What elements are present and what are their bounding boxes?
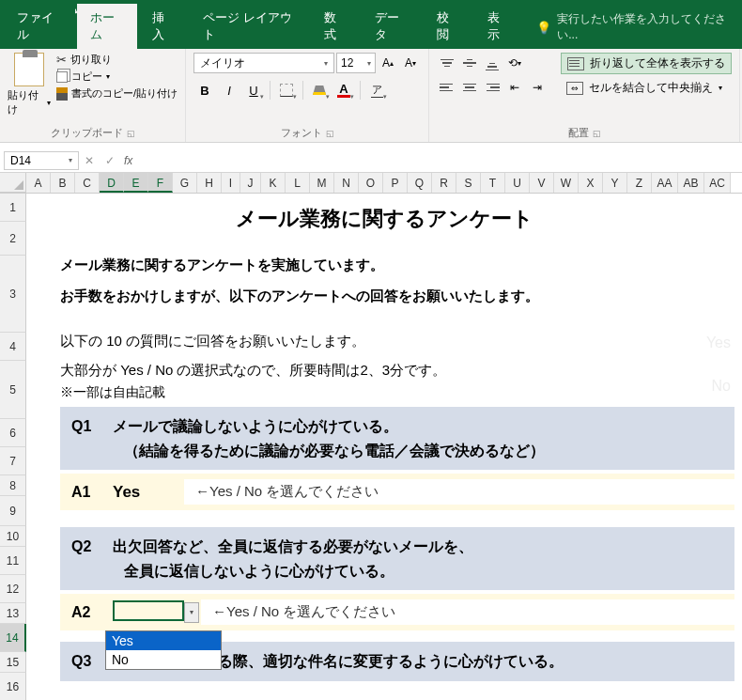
column-header-Z[interactable]: Z bbox=[627, 173, 652, 193]
phonetic-button[interactable]: ア▾ bbox=[365, 79, 388, 101]
align-left-button[interactable] bbox=[437, 77, 457, 98]
column-header-AB[interactable]: AB bbox=[678, 173, 704, 193]
column-header-D[interactable]: D bbox=[100, 173, 124, 193]
fill-color-button[interactable]: ▾ bbox=[308, 79, 331, 101]
separator bbox=[302, 81, 303, 100]
copy-button[interactable]: コピー▾ bbox=[56, 70, 178, 84]
column-header-S[interactable]: S bbox=[456, 173, 481, 193]
sub-line-2: 大部分が Yes / No の選択式なので、所要時間は2、3分です。 bbox=[26, 355, 742, 384]
column-header-L[interactable]: L bbox=[286, 173, 310, 193]
a2-value-cell[interactable] bbox=[113, 600, 184, 621]
row-header-13[interactable]: 13 bbox=[0, 603, 26, 624]
enter-formula-button[interactable]: ✓ bbox=[100, 154, 120, 167]
column-header-T[interactable]: T bbox=[481, 173, 505, 193]
bold-button[interactable]: B bbox=[193, 79, 216, 101]
italic-button[interactable]: I bbox=[218, 79, 240, 101]
name-box[interactable]: D14▾ bbox=[4, 151, 79, 170]
dropdown-option-no[interactable]: No bbox=[106, 650, 221, 669]
tab-review[interactable]: 校閲 bbox=[424, 4, 472, 49]
column-header-A[interactable]: A bbox=[26, 173, 51, 193]
row-header-8[interactable]: 8 bbox=[0, 475, 26, 496]
tab-page-layout[interactable]: ページ レイアウト bbox=[190, 4, 309, 49]
wrap-text-button[interactable]: 折り返して全体を表示する bbox=[561, 53, 732, 74]
row-header-12[interactable]: 12 bbox=[0, 575, 26, 603]
border-button[interactable]: ▾ bbox=[275, 79, 298, 101]
formula-input[interactable] bbox=[136, 152, 742, 169]
row-header-3[interactable]: 3 bbox=[0, 256, 26, 333]
row-header-14[interactable]: 14 bbox=[0, 624, 26, 652]
column-header-V[interactable]: V bbox=[530, 173, 554, 193]
column-header-O[interactable]: O bbox=[359, 173, 383, 193]
insert-function-button[interactable]: fx bbox=[120, 154, 136, 167]
column-header-N[interactable]: N bbox=[334, 173, 359, 193]
column-header-I[interactable]: I bbox=[222, 173, 240, 193]
select-all-button[interactable] bbox=[0, 173, 26, 193]
column-header-G[interactable]: G bbox=[173, 173, 197, 193]
column-header-B[interactable]: B bbox=[51, 173, 75, 193]
increase-indent-button[interactable]: ⇥ bbox=[527, 77, 548, 98]
a1-value-cell[interactable]: Yes bbox=[113, 483, 184, 502]
tab-data[interactable]: データ bbox=[362, 4, 422, 49]
column-header-Y[interactable]: Y bbox=[603, 173, 627, 193]
font-dialog-launcher[interactable]: ◱ bbox=[326, 129, 334, 138]
align-top-button[interactable] bbox=[437, 53, 457, 73]
tell-me-search[interactable]: 💡 実行したい作業を入力してください... bbox=[525, 11, 742, 49]
tab-formulas[interactable]: 数式 bbox=[311, 4, 360, 49]
clipboard-dialog-launcher[interactable]: ◱ bbox=[127, 129, 135, 138]
column-header-J[interactable]: J bbox=[240, 173, 261, 193]
font-color-icon: A bbox=[337, 84, 349, 98]
tab-view[interactable]: 表示 bbox=[474, 4, 523, 49]
align-right-button[interactable] bbox=[482, 77, 502, 98]
dropdown-option-yes[interactable]: Yes bbox=[106, 631, 221, 650]
row-header-16[interactable]: 16 bbox=[0, 673, 26, 700]
tab-home[interactable]: ホーム bbox=[77, 4, 137, 49]
align-middle-button[interactable] bbox=[459, 53, 480, 73]
tab-file[interactable]: ファイル bbox=[4, 4, 75, 49]
column-header-K[interactable]: K bbox=[261, 173, 286, 193]
row-header-11[interactable]: 11 bbox=[0, 547, 26, 575]
align-center-button[interactable] bbox=[459, 77, 480, 98]
alignment-dialog-launcher[interactable]: ◱ bbox=[593, 129, 601, 138]
ghost-text-no: No bbox=[712, 378, 731, 395]
tab-insert[interactable]: 挿入 bbox=[139, 4, 188, 49]
row-header-4[interactable]: 4 bbox=[0, 333, 26, 361]
shrink-font-button[interactable]: A▾ bbox=[400, 53, 421, 73]
font-color-button[interactable]: A▾ bbox=[332, 79, 355, 101]
column-header-U[interactable]: U bbox=[505, 173, 530, 193]
underline-button[interactable]: U▾ bbox=[242, 79, 265, 101]
column-header-C[interactable]: C bbox=[75, 173, 100, 193]
row-header-7[interactable]: 7 bbox=[0, 447, 26, 475]
column-header-AA[interactable]: AA bbox=[652, 173, 678, 193]
merge-center-button[interactable]: ⇔セルを結合して中央揃え▾ bbox=[561, 78, 732, 98]
column-header-H[interactable]: H bbox=[197, 173, 222, 193]
cancel-formula-button[interactable]: ✕ bbox=[79, 154, 100, 167]
row-header-10[interactable]: 10 bbox=[0, 526, 26, 547]
column-header-F[interactable]: F bbox=[148, 173, 173, 193]
row-header-1[interactable]: 1 bbox=[0, 194, 26, 222]
row-header-6[interactable]: 6 bbox=[0, 419, 26, 447]
column-header-W[interactable]: W bbox=[554, 173, 579, 193]
column-header-E[interactable]: E bbox=[124, 173, 148, 193]
row-header-5[interactable]: 5 bbox=[0, 361, 26, 419]
column-header-R[interactable]: R bbox=[432, 173, 456, 193]
orientation-button[interactable]: ⟲▾ bbox=[504, 53, 525, 73]
dropdown-handle[interactable]: ▾ bbox=[184, 602, 199, 623]
font-size-combo[interactable]: 12▾ bbox=[336, 53, 376, 73]
column-header-M[interactable]: M bbox=[310, 173, 334, 193]
font-name-combo[interactable]: メイリオ▾ bbox=[193, 53, 334, 73]
row-header-2[interactable]: 2 bbox=[0, 222, 26, 256]
cut-button[interactable]: ✂切り取り bbox=[56, 53, 178, 67]
column-header-Q[interactable]: Q bbox=[408, 173, 432, 193]
column-header-AC[interactable]: AC bbox=[704, 173, 731, 193]
grow-font-button[interactable]: A▴ bbox=[378, 53, 398, 73]
decrease-indent-button[interactable]: ⇤ bbox=[504, 77, 525, 98]
column-header-P[interactable]: P bbox=[383, 173, 408, 193]
column-header-X[interactable]: X bbox=[579, 173, 603, 193]
row-header-9[interactable]: 9 bbox=[0, 496, 26, 526]
row-header-15[interactable]: 15 bbox=[0, 652, 26, 673]
cells-area[interactable]: メール業務に関するアンケート メール業務に関するアンケートを実施しています。 お… bbox=[26, 194, 742, 700]
align-bottom-button[interactable] bbox=[482, 53, 502, 73]
bucket-icon bbox=[313, 86, 326, 95]
format-painter-button[interactable]: 書式のコピー/貼り付け bbox=[56, 86, 178, 101]
paste-button[interactable]: 貼り付け▾ bbox=[8, 53, 51, 117]
